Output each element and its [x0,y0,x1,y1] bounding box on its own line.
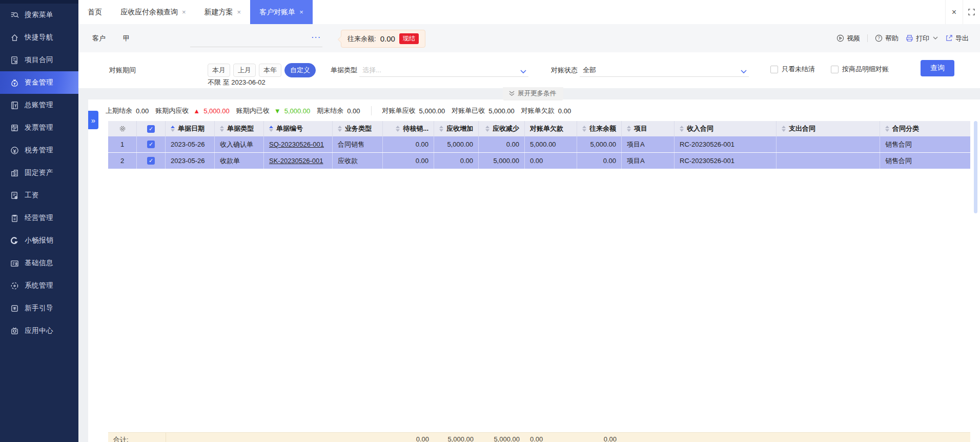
column-header-10[interactable]: 项目 [622,121,675,136]
toolbar-action-3[interactable]: 打印 [906,34,938,43]
sidebar-item-label: 工资 [25,191,39,200]
document-link[interactable]: SK-20230526-001 [269,157,323,165]
customer-input-underline[interactable] [190,47,322,47]
period-option-4[interactable]: 自定义 [284,63,316,77]
sidebar-item-2[interactable]: 快捷导航 [0,26,78,49]
column-header-13[interactable]: 合同分类 [880,121,970,136]
tab-close-icon[interactable]: × [299,9,303,15]
sidebar-item-3[interactable]: 项目合同 [0,49,78,71]
column-header-4[interactable]: 业务类型 [333,121,383,136]
column-header-11[interactable]: 收入合同 [675,121,777,136]
play-circle-icon [836,34,844,42]
sort-arrows-icon[interactable] [582,126,586,132]
summary-value: 0.00 [558,107,571,115]
expand-side-panel-button[interactable]: » [88,111,98,129]
cell-pending: 0.00 [383,136,434,152]
sort-arrows-icon[interactable] [220,126,224,132]
sort-arrows-icon[interactable] [269,126,273,132]
footer-owed: 0.00 [525,433,577,442]
column-settings-cell[interactable] [108,121,137,136]
column-header-8[interactable]: 对账单欠款 [525,121,577,136]
sidebar-item-4[interactable]: 资金管理 [0,71,78,94]
chevron-down-icon[interactable] [933,36,938,40]
column-header-1[interactable]: 单据日期 [166,121,215,136]
sort-arrows-icon[interactable] [782,126,786,132]
tab-close-icon[interactable]: × [182,9,186,15]
period-option-1[interactable]: 本月 [208,64,230,77]
close-window-button[interactable]: × [945,0,963,24]
sidebar-item-10[interactable]: 经营管理 [0,207,78,229]
doc-type-placeholder: 选择... [362,66,381,75]
sidebar-item-8[interactable]: 固定资产 [0,162,78,184]
tab-1[interactable]: 首页 [78,0,111,24]
column-header-5[interactable]: 待核销... [383,121,434,136]
doc-type-select[interactable]: 选择... [359,64,528,77]
statement-table: ✓单据日期单据类型单据编号业务类型待核销...应收增加应收减少对账单欠款往来余额… [108,121,970,169]
sort-arrows-icon[interactable] [680,126,684,132]
column-header-9[interactable]: 往来余额 [577,121,622,136]
toolbar-action-4[interactable]: 导出 [945,34,969,43]
sort-arrows-icon[interactable] [485,126,489,132]
cell-category: 销售合同 [880,136,970,152]
detail-checkbox[interactable]: 按商品明细对账 [831,65,889,74]
tab-2[interactable]: 应收应付余额查询× [111,0,195,24]
sidebar-item-11[interactable]: 小畅报销 [0,229,78,252]
sort-arrows-icon[interactable] [171,126,175,132]
sidebar-item-12[interactable]: 基础信息 [0,252,78,274]
sidebar-item-label: 基础信息 [25,258,53,268]
toolbar-action-1[interactable]: 视频 [836,34,860,43]
content-card: » 上期结余0.00账期内应收▲5,000.00账期内已收▼5,000.00期末… [88,99,980,442]
period-label: 对账期间 [109,66,136,75]
unsettled-checkbox[interactable]: 只看未结清 [770,65,815,74]
sidebar-item-14[interactable]: 新手引导 [0,297,78,319]
expand-more-button[interactable]: 展开更多条件 [503,87,563,101]
column-header-2[interactable]: 单据类型 [215,121,264,136]
sidebar-item-15[interactable]: 应用中心 [0,319,78,342]
sort-arrows-icon[interactable] [338,126,342,132]
row-number: 1 [108,136,137,152]
sidebar-item-label: 税务管理 [25,146,53,155]
column-header-6[interactable]: 应收增加 [434,121,479,136]
sidebar-item-13[interactable]: 系统管理 [0,274,78,297]
tab-4[interactable]: 客户对账单× [250,0,313,24]
cell-project: 项目A [622,136,675,152]
sort-arrows-icon[interactable] [439,126,443,132]
customer-value[interactable]: 甲 [123,34,130,43]
summary-label: 账期内已收 [236,106,270,115]
query-button[interactable]: 查询 [921,60,954,76]
sort-arrows-icon[interactable] [885,126,889,132]
customer-picker-button[interactable]: ··· [312,33,321,41]
cell-owed: 5,000.00 [525,136,577,152]
sidebar-item-7[interactable]: 税务管理 [0,139,78,162]
status-select[interactable]: 全部 [580,64,749,77]
summary-value: 5,000.00 [284,107,311,115]
table-row[interactable]: 1✓2023-05-26收入确认单SQ-20230526-001合同销售0.00… [108,136,970,153]
row-checkbox[interactable]: ✓ [137,153,166,169]
sidebar-item-5[interactable]: 总账管理 [0,94,78,116]
period-option-3[interactable]: 本年 [259,64,281,77]
tab-close-icon[interactable]: × [237,9,241,15]
sidebar-item-6[interactable]: 发票管理 [0,116,78,139]
column-header-label: 单据编号 [276,124,303,133]
sort-arrows-icon[interactable] [627,126,631,132]
column-header-12[interactable]: 支出合同 [777,121,880,136]
ledger-icon [10,101,19,110]
row-checkbox[interactable]: ✓ [137,136,166,152]
checkbox-box [831,66,839,73]
expand-more-label: 展开更多条件 [518,89,556,98]
footer-date [166,433,215,442]
sidebar-item-1[interactable]: 搜索菜单 [0,4,78,26]
document-link[interactable]: SQ-20230526-001 [269,140,324,148]
period-range[interactable]: 不限 至 2023-06-02 [208,78,266,87]
select-all-checkbox[interactable]: ✓ [137,121,166,136]
period-option-2[interactable]: 上月 [233,64,256,77]
column-header-7[interactable]: 应收减少 [479,121,525,136]
toolbar-action-2[interactable]: ?帮助 [875,34,899,43]
sort-arrows-icon[interactable] [396,126,400,132]
column-header-3[interactable]: 单据编号 [264,121,333,136]
fullscreen-button[interactable] [963,0,980,24]
table-row[interactable]: 2✓2023-05-26收款单SK-20230526-001应收款0.000.0… [108,153,970,169]
sidebar-item-9[interactable]: 工资 [0,184,78,207]
tab-3[interactable]: 新建方案× [195,0,251,24]
vertical-scrollbar[interactable] [974,121,977,213]
